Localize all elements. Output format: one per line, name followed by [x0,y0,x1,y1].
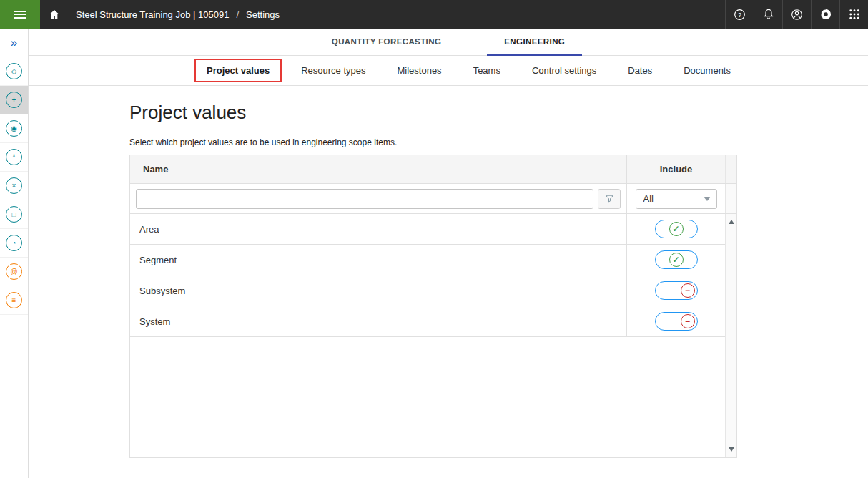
table-row: System [130,306,725,337]
menu-button[interactable] [0,0,40,29]
sidebar-item-at-search[interactable]: @ [0,258,28,286]
bell-icon [762,8,775,21]
tab-quantity-forecasting[interactable]: QUANTITY FORECASTING [315,29,458,56]
breadcrumb-separator: / [236,9,239,20]
logo-button[interactable] [811,0,839,29]
apps-grid-icon [848,8,861,21]
subtab-label: Control settings [532,65,596,76]
filter-row: All [130,184,736,214]
subtab-project-values[interactable]: Project values [194,59,282,82]
svg-text:?: ? [738,11,741,18]
module-sidebar: ◇ + ◉ * × □ ◔ @ ≡ [0,29,29,478]
tab-label: QUANTITY FORECASTING [332,37,441,46]
row-name: Area [130,214,627,244]
table-row: Area [130,214,725,245]
help-button[interactable]: ? [725,0,754,29]
include-toggle[interactable] [655,281,698,300]
name-filter-cell [130,184,627,213]
sidebar-item-compass[interactable]: + [0,86,28,114]
subtab-teams[interactable]: Teams [461,59,513,82]
name-filter-input[interactable] [136,189,593,209]
title-divider [129,130,738,130]
table-row: Segment [130,245,725,275]
tab-engineering[interactable]: ENGINEERING [487,29,582,56]
home-icon [48,8,61,21]
column-header-name: Name [130,155,627,183]
table-body: Area Segment Subsystem System [130,214,725,457]
include-toggle[interactable] [655,220,698,238]
sidebar-item-asterisk[interactable]: * [0,143,28,172]
chevron-down-icon [704,197,711,201]
scroll-up-icon[interactable] [729,220,734,224]
sidebar-item-gauge[interactable]: ◔ [0,229,28,258]
subtab-label: Resource types [301,65,365,76]
notifications-button[interactable] [754,0,782,29]
subtab-resource-types[interactable]: Resource types [289,59,378,82]
table-scrollbar[interactable] [725,214,736,457]
subtab-label: Teams [473,65,500,76]
topbar-actions: ? [725,0,868,29]
subtab-label: Milestones [397,65,441,76]
person-icon [790,8,804,21]
filter-button[interactable] [598,189,621,209]
header-spacer [725,155,736,183]
minus-icon [681,314,695,328]
sidebar-item-cross[interactable]: × [0,172,28,200]
subtab-milestones[interactable]: Milestones [385,59,453,82]
app-bar: Steel Structure Training Job | 105091 / … [0,0,868,29]
filter-spacer [725,184,736,213]
include-filter-dropdown[interactable]: All [636,189,717,209]
row-include-cell [627,275,725,306]
account-button[interactable] [782,0,811,29]
table-header: Name Include [130,155,736,184]
column-header-include: Include [627,155,725,183]
expand-sidebar-button[interactable] [0,29,28,57]
page-title: Project values [129,102,738,124]
gauge-icon: ◔ [6,235,22,251]
subtab-label: Dates [628,65,652,76]
breadcrumb-job[interactable]: Steel Structure Training Job | 105091 [76,9,229,20]
row-name: Segment [130,245,627,275]
row-name: Subsystem [130,275,627,306]
subtab-label: Documents [684,65,731,76]
row-include-cell [627,306,725,336]
help-icon: ? [733,8,746,21]
sidebar-item-diamond[interactable]: ◇ [0,57,28,86]
sidebar-item-list[interactable]: ≡ [0,286,28,315]
check-icon [669,222,684,236]
subtab-documents[interactable]: Documents [671,59,743,82]
cube-icon: □ [6,206,22,223]
breadcrumb: Steel Structure Training Job | 105091 / … [76,0,280,29]
minus-icon [681,283,695,298]
sidebar-item-cube[interactable]: □ [0,200,28,229]
funnel-icon [604,193,615,204]
include-toggle[interactable] [655,312,698,331]
logo-icon [819,7,833,21]
apps-button[interactable] [839,0,868,29]
check-icon [669,253,684,267]
scroll-down-icon[interactable] [729,447,734,452]
at-search-icon: @ [6,263,22,280]
home-button[interactable] [40,0,69,29]
hamburger-icon [14,9,26,20]
row-include-cell [627,245,725,275]
subtab-dates[interactable]: Dates [616,59,664,82]
target-icon: ◉ [6,120,22,137]
table-body-region: Area Segment Subsystem System [130,214,736,457]
table-row: Subsystem [130,275,725,306]
subtab-control-settings[interactable]: Control settings [520,59,608,82]
row-include-cell [627,214,725,244]
cross-icon: × [6,177,22,194]
diamond-icon: ◇ [6,63,22,79]
dropdown-value: All [643,193,654,204]
asterisk-icon: * [6,149,22,165]
sidebar-item-target[interactable]: ◉ [0,114,28,143]
primary-tabs: QUANTITY FORECASTING ENGINEERING [29,29,868,56]
include-toggle[interactable] [655,250,698,269]
settings-subtabs: Project values Resource types Milestones… [29,56,868,86]
sidebar-items: ◇ + ◉ * × □ ◔ @ ≡ [0,57,28,315]
project-values-table: Name Include All A [129,155,737,458]
compass-icon: + [6,92,22,108]
include-filter-cell: All [627,184,725,213]
breadcrumb-page: Settings [246,9,280,20]
